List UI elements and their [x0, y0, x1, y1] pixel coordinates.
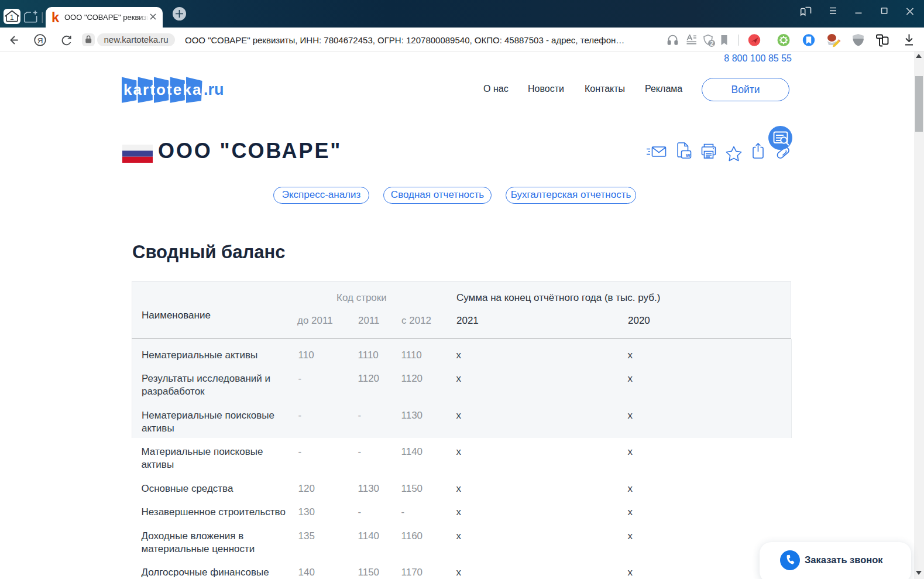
svg-text:2: 2: [710, 40, 713, 47]
svg-text:.ru: .ru: [204, 81, 224, 98]
svg-text:w: w: [685, 152, 691, 158]
svg-text:Я: Я: [37, 36, 43, 45]
svg-text:kartoteka: kartoteka: [123, 81, 202, 98]
svg-text:1: 1: [10, 13, 14, 22]
svg-text:k: k: [51, 9, 60, 25]
